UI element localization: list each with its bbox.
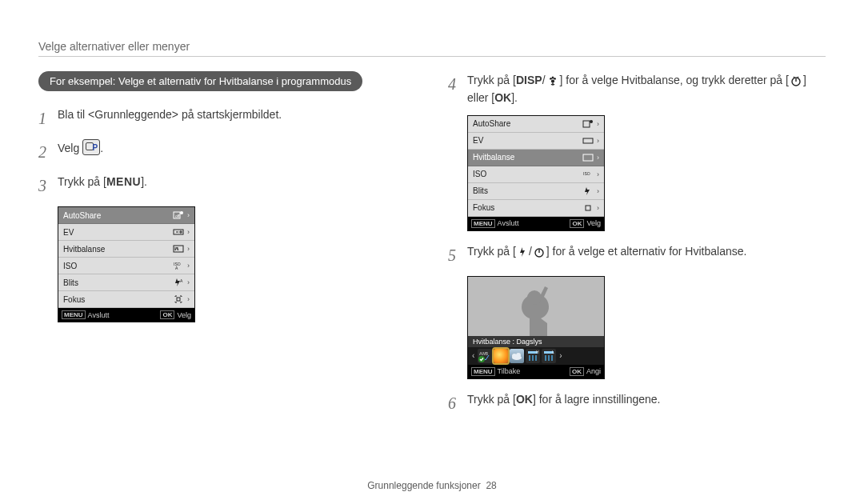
menu-label: Hvitbalanse [473,153,582,162]
menu-row-blits: Blits A› [58,274,194,291]
menu-row-autoshare: AutoShare off› [58,207,194,224]
step-number: 4 [448,71,459,97]
menu-label: Hvitbalanse [63,245,173,254]
step-number: 5 [448,242,459,268]
ok-button-glyph: OK [516,393,533,406]
step-5: 5 Trykk på [/] for å velge et alternativ… [448,242,826,268]
text: ] for å velge et alternativ for Hvitbala… [546,245,747,258]
share-off-icon [582,119,594,129]
lcd-footer: MENUAvslutt OKVelg [468,217,604,230]
svg-text:L: L [552,350,554,354]
step-text: Trykk på [MENU]. [58,173,416,190]
strip-left-icon: ‹ [470,351,476,360]
iso-auto-icon: ISO [582,170,594,179]
svg-rect-15 [586,206,590,210]
text: ] for å lagre innstillingene. [533,393,661,406]
chevron-right-icon: › [187,211,190,219]
ev-icon [173,227,184,237]
svg-rect-8 [177,298,180,301]
svg-text:ISO: ISO [583,171,590,176]
menu-label: Blits [63,278,173,287]
chevron-right-icon: › [187,295,190,303]
menu-tag: MENU [62,310,86,319]
step-number: 6 [448,390,459,416]
svg-rect-13 [583,154,593,161]
step-text: Trykk på [OK] for å lagre innstillingene… [467,390,826,408]
chevron-right-icon: › [187,262,190,270]
left-column: For eksempel: Velge et alternativ for Hv… [38,71,416,424]
text: / [529,245,532,258]
example-callout: For eksempel: Velge et alternativ for Hv… [38,71,362,91]
content-columns: For eksempel: Velge et alternativ for Hv… [38,71,826,424]
svg-point-22 [516,353,521,358]
menu-row-iso: ISO ISOA› [58,258,194,274]
ok-button-glyph: OK [494,91,511,104]
footer-label: Tilbake [498,367,521,375]
svg-text:A: A [180,278,183,283]
wb-thumb-fluorescent-l: L [542,349,556,363]
menu-label: Blits [473,186,582,195]
svg-rect-12 [583,138,593,143]
text: ]. [141,175,147,188]
ok-tag: OK [570,219,584,228]
camera-preview-screenshot: Hvitbalanse : Dagslys ‹ AWB H L › [467,276,605,379]
step-2: 2 Velg . [38,139,416,165]
step-4: 4 Trykk på [DISP/] for å velge Hvitbalan… [448,71,826,107]
awb-icon [582,153,594,162]
svg-text:off: off [175,214,180,218]
flash-auto-icon: A [173,278,184,287]
chevron-right-icon: › [597,154,599,162]
menu-row-ev: EV › [58,224,194,241]
program-mode-icon [82,139,100,155]
step-number: 3 [38,173,50,198]
svg-point-21 [512,354,517,358]
lcd-footer: MENUAvslutt OKVelg [58,308,194,322]
flash-icon [518,246,527,258]
step-1: 1 Bla til <Grunnleggende> på startskjerm… [38,106,416,131]
page-footer: Grunnleggende funksjoner 28 [0,480,864,491]
text: / [542,74,546,86]
step-3: 3 Trykk på [MENU]. [38,173,416,198]
step-text: Trykk på [/] for å velge et alternativ f… [467,242,826,260]
footer-page-number: 28 [486,480,496,491]
menu-row-autoshare: AutoShare › [468,116,604,133]
step-6: 6 Trykk på [OK] for å lagre innstillinge… [448,390,826,416]
footer-chapter: Grunnleggende funksjoner [367,480,480,491]
disp-button-glyph: DISP [516,74,542,86]
wb-label-overlay: Hvitbalanse : Dagslys [468,336,604,347]
wb-option-strip: ‹ AWB H L › [468,347,604,365]
ok-tag: OK [570,367,584,376]
menu-button-glyph: MENU [106,175,141,188]
flash-auto-icon [582,186,594,196]
text: Trykk på [ [467,245,516,258]
page-title: Velge alternativer eller menyer [38,40,826,57]
chevron-right-icon: › [187,228,190,236]
camera-menu-screenshot-1: AutoShare off› EV › Hvitbalanse › ISO IS… [58,206,195,322]
self-timer-icon [534,246,545,258]
menu-row-fokus: Fokus › [468,200,604,217]
menu-row-ev: EV › [468,133,604,150]
iso-auto-icon: ISOA [173,261,184,270]
svg-rect-10 [583,121,590,127]
wb-thumb-fluorescent-h: H [526,349,540,363]
chevron-right-icon: › [597,187,599,195]
chevron-right-icon: › [597,170,599,178]
footer-label: Velg [177,311,191,319]
svg-text:H: H [536,350,539,354]
menu-label: ISO [63,262,173,270]
footer-label: Avslutt [88,311,110,319]
preview-silhouette [468,277,604,336]
ok-tag: OK [160,310,174,319]
chevron-right-icon: › [187,278,190,286]
menu-label: EV [63,228,173,237]
footer-label: Avslutt [498,219,519,227]
self-timer-icon [790,75,802,86]
svg-point-17 [527,290,542,305]
focus-icon [173,294,184,304]
menu-label: ISO [473,170,582,178]
step-text: Bla til <Grunnleggende> på startskjermbi… [58,106,416,123]
step-number: 1 [38,106,50,131]
camera-menu-screenshot-2: AutoShare › EV › Hvitbalanse › ISO ISO› [467,115,605,231]
wb-thumb-awb: AWB [478,349,492,363]
lcd-footer: MENUTilbake OKAngi [468,365,604,378]
